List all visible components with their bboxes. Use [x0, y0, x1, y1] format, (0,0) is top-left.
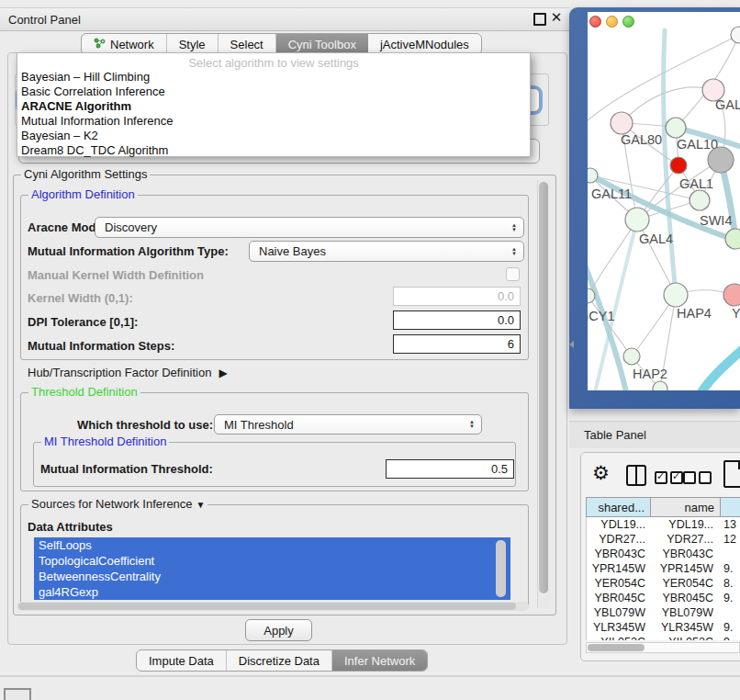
data-attributes-label: Data Attributes — [28, 520, 113, 534]
node-label-gal11: GAL11 — [591, 186, 632, 201]
table-row[interactable]: YLR345WYLR345W9. — [587, 620, 740, 635]
table-body: YDL19...YDL19...13YDR27...YDR27...12YBR0… — [586, 517, 740, 640]
mi-threshold-value: 0.5 — [491, 462, 508, 476]
column-header-shared-[interactable]: shared... — [586, 497, 651, 517]
dpi-tolerance-field[interactable]: 0.0 — [393, 310, 521, 330]
cell-value: 9. — [723, 561, 733, 576]
algorithm-option-dream8-dc-tdc-algorithm[interactable]: Dream8 DC_TDC Algorithm — [17, 143, 530, 158]
mi-steps-label: Mutual Information Steps: — [28, 339, 174, 353]
cell-shared-name: YDL19... — [587, 517, 645, 532]
mi-type-value: Naive Bayes — [259, 244, 326, 258]
algorithm-option-bayesian-k2[interactable]: Bayesian – K2 — [17, 129, 530, 143]
network-node-hap2[interactable] — [623, 348, 640, 365]
network-node-gal11[interactable] — [588, 168, 598, 183]
column-header-a[interactable]: A — [721, 497, 740, 517]
control-panel-titlebar: Control Panel — [0, 7, 569, 31]
table-row[interactable]: YDR27...YDR27...12 — [587, 532, 740, 547]
aracne-mode-value: Discovery — [105, 220, 157, 234]
partial-button[interactable] — [4, 688, 31, 700]
node-label-swi4: SWI4 — [700, 213, 732, 228]
attribute-item-betweennesscentrality[interactable]: BetweennessCentrality — [34, 569, 510, 584]
table-panel-titlebar: Table Panel — [569, 421, 740, 448]
column-header-name[interactable]: name — [651, 497, 721, 517]
network-node-hap4[interactable] — [664, 283, 688, 307]
manual-kernel-checkbox[interactable] — [506, 267, 520, 281]
stepper-arrows-icon — [511, 247, 517, 256]
close-traffic-light[interactable] — [589, 16, 601, 28]
algorithm-option-mutual-information-inference[interactable]: Mutual Information Inference — [17, 114, 530, 129]
deselect-all-checkboxes-icon[interactable] — [683, 471, 714, 487]
table-row[interactable]: YIL052CYIL052C9 — [587, 635, 740, 640]
hub-section-toggle[interactable]: Hub/Transcription Factor Definition — [28, 366, 228, 379]
network-node-salmon-node[interactable] — [723, 284, 740, 306]
which-threshold-select[interactable]: MI Threshold — [214, 414, 482, 435]
cell-shared-name: YBL079W — [587, 605, 645, 620]
bottom-tab-infer-network[interactable]: Infer Network — [332, 650, 427, 671]
network-node-gal1[interactable] — [690, 190, 710, 210]
table-row[interactable]: YDL19...YDL19...13 — [587, 517, 740, 532]
attributes-scrollbar-thumb[interactable] — [496, 540, 506, 597]
import-table-icon[interactable] — [723, 460, 740, 488]
network-node-node-partial-bottom[interactable] — [653, 381, 667, 390]
table-row[interactable]: YBR045CYBR045C9. — [587, 591, 740, 605]
mi-steps-field[interactable]: 6 — [393, 334, 521, 354]
kernel-width-field[interactable]: 0.0 — [393, 287, 521, 306]
algorithm-option-aracne-algorithm[interactable]: ARACNE Algorithm — [17, 99, 530, 114]
close-icon[interactable] — [549, 9, 564, 26]
tab-cyni-toolbox[interactable]: Cyni Toolbox — [276, 34, 368, 54]
cell-value: 9. — [723, 620, 733, 635]
cell-shared-name: YIL052C — [587, 635, 645, 640]
network-canvas[interactable]: GALGAL80GAL10GAL1GAL11GAL4SWI4GCY1HAP4YH… — [588, 12, 740, 390]
algorithm-option-bayesian-hill-climbing[interactable]: Bayesian – Hill Climbing — [17, 70, 530, 85]
attribute-item-selfloops[interactable]: SelfLoops — [34, 537, 510, 553]
bottom-tab-impute-data[interactable]: Impute Data — [137, 650, 227, 671]
columns-icon[interactable] — [626, 465, 646, 486]
cell-value: 12 — [723, 532, 736, 547]
apply-button[interactable]: Apply — [245, 619, 312, 641]
cell-shared-name: YLR345W — [587, 620, 645, 635]
aracne-mode-select[interactable]: Discovery — [95, 217, 524, 238]
bottom-tabs: Impute DataDiscretize DataInfer Network — [136, 649, 428, 672]
gear-icon[interactable] — [592, 462, 610, 484]
table-hscrollbar-thumb[interactable] — [588, 644, 645, 651]
tab-jactivemnodules[interactable]: jActiveMNodules — [368, 34, 481, 54]
manual-kernel-label: Manual Kernel Width Definition — [28, 268, 204, 282]
network-node-gal80[interactable] — [611, 112, 633, 134]
table-row[interactable]: YPR145WYPR145W9. — [587, 561, 740, 576]
sources-toggle[interactable]: Sources for Network Inference — [28, 497, 207, 513]
node-label-gal80: GAL80 — [621, 132, 662, 147]
sources-title: Sources for Network Inference — [31, 497, 193, 511]
cell-name: YDR27... — [645, 532, 713, 547]
table-row[interactable]: YER054CYER054C8. — [587, 576, 740, 591]
threshold-definition-title: Threshold Definition — [28, 385, 140, 400]
network-node-gray-node[interactable] — [708, 147, 734, 173]
float-window-icon[interactable] — [533, 13, 546, 26]
attribute-item-gal4rgexp[interactable]: gal4RGexp — [34, 584, 510, 600]
expand-arrow-icon — [219, 367, 227, 379]
minimize-traffic-light[interactable] — [606, 16, 618, 28]
attribute-item-topologicalcoefficient[interactable]: TopologicalCoefficient — [34, 553, 510, 569]
zoom-traffic-light[interactable] — [622, 16, 634, 28]
node-label-gal1: GAL1 — [679, 176, 713, 191]
table-row[interactable]: YBR043CYBR043C — [587, 547, 740, 561]
mi-threshold-field[interactable]: 0.5 — [386, 459, 514, 479]
splitter-collapse-icon[interactable] — [569, 341, 574, 348]
network-node-gal4[interactable] — [625, 208, 649, 231]
network-node-red-node[interactable] — [670, 157, 687, 174]
node-label-gal10: GAL10 — [677, 137, 718, 152]
settings-hscrollbar-thumb[interactable] — [18, 603, 516, 610]
algorithm-option-basic-correlation-inference[interactable]: Basic Correlation Inference — [17, 85, 530, 99]
select-all-checkboxes-icon[interactable] — [655, 471, 686, 487]
tab-network[interactable]: Network — [82, 34, 167, 54]
network-node-node-partial-top[interactable] — [731, 27, 740, 43]
network-node-swi4[interactable] — [725, 229, 740, 249]
table-row[interactable]: YBL079WYBL079W — [587, 605, 740, 620]
settings-vscrollbar-thumb[interactable] — [539, 182, 548, 593]
mi-type-label: Mutual Information Algorithm Type: — [28, 244, 229, 258]
tab-style[interactable]: Style — [167, 34, 219, 54]
tab-select[interactable]: Select — [219, 34, 276, 54]
mi-type-select[interactable]: Naive Bayes — [249, 241, 524, 262]
kernel-width-label: Kernel Width (0,1): — [28, 291, 133, 305]
bottom-tab-discretize-data[interactable]: Discretize Data — [227, 650, 332, 671]
network-node-gal10[interactable] — [666, 118, 686, 138]
